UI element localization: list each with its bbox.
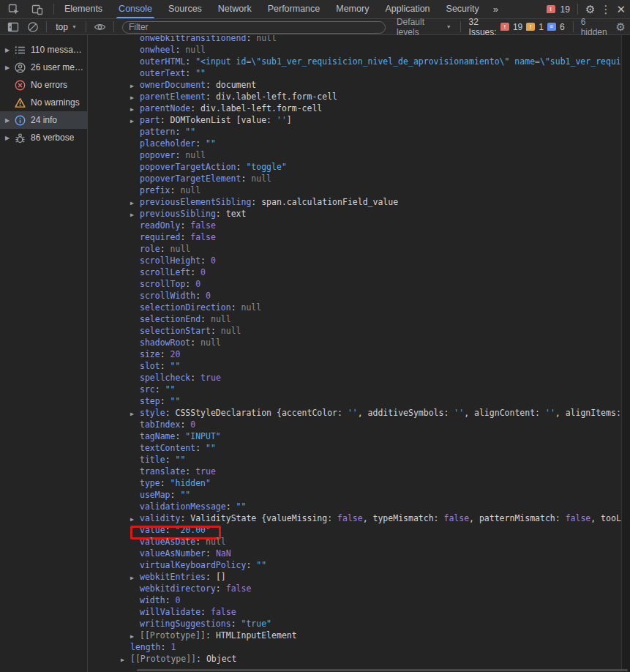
tab-elements[interactable]: Elements xyxy=(56,0,110,18)
string-value: "" xyxy=(206,443,216,453)
object-value: text xyxy=(226,209,247,219)
kebab-menu-icon[interactable]: ⋮ xyxy=(600,4,611,15)
error-badge-icon[interactable]: ! xyxy=(547,5,555,13)
expand-arrow-icon[interactable]: ▶ xyxy=(0,64,12,71)
object-value: [] xyxy=(216,572,226,582)
console-sidebar-toggle-icon[interactable] xyxy=(4,19,21,35)
divider xyxy=(53,4,54,15)
separator-text: : xyxy=(195,443,206,453)
tab-application[interactable]: Application xyxy=(377,0,438,18)
null-value: null xyxy=(206,537,226,547)
more-tabs-icon[interactable]: » xyxy=(487,4,505,15)
context-selector[interactable]: top ▼ xyxy=(52,22,80,32)
log-levels-dropdown[interactable]: Default levels ▼ xyxy=(393,17,455,37)
number-value: true xyxy=(195,466,216,477)
live-expression-eye-icon[interactable] xyxy=(91,19,108,35)
console-property-row: type: "hidden" xyxy=(89,477,621,489)
console-property-row: ▶parentNode: div.label-left.form-cell xyxy=(89,102,621,114)
separator-text: : xyxy=(200,607,211,617)
console-property-row: ▶style: CSSStyleDeclaration {accentColor… xyxy=(89,407,621,419)
vertical-scrollbar[interactable] xyxy=(621,35,630,672)
divider xyxy=(577,4,578,15)
console-property-row: ▶validity: ValidityState {valueMissing: … xyxy=(89,512,621,524)
sidebar-item-verbose[interactable]: ▶ 86 verbose xyxy=(0,129,87,146)
separator-text: : xyxy=(175,127,185,137)
console-property-row: popover: null xyxy=(89,149,621,161)
console-settings-gear-icon[interactable]: ⚙ xyxy=(616,21,626,32)
property-name: style xyxy=(140,408,165,418)
object-value: ValidityState {valueMissing: xyxy=(190,513,337,523)
separator-text: : xyxy=(185,56,195,67)
separator-text: : xyxy=(160,244,170,254)
tab-console[interactable]: Console xyxy=(110,0,160,18)
verbose-bug-icon xyxy=(15,132,26,143)
object-value: ] xyxy=(287,115,292,125)
number-value: 0 xyxy=(206,291,211,301)
inspect-element-icon[interactable] xyxy=(4,1,23,18)
string-value: '' xyxy=(277,115,287,125)
sidebar-item-warnings[interactable]: No warnings xyxy=(0,94,87,111)
console-property-row: width: 0 xyxy=(89,594,621,606)
clear-console-icon[interactable] xyxy=(24,19,41,35)
tab-performance[interactable]: Performance xyxy=(260,0,329,18)
property-name: width xyxy=(140,595,165,605)
expand-arrow-icon[interactable]: ▶ xyxy=(0,135,12,141)
internal-property-name: [[Prototype]] xyxy=(130,654,196,664)
object-value: span.calculationField_value xyxy=(261,197,398,207)
sidebar-item-errors[interactable]: No errors xyxy=(0,76,87,94)
console-property-row: ▶webkitEntries: [] xyxy=(89,571,621,583)
property-name: selectionStart xyxy=(140,326,211,336)
console-property-row: willValidate: false xyxy=(89,606,621,618)
console-property-row: slot: "" xyxy=(89,360,621,372)
separator-text: : xyxy=(180,220,190,231)
number-value: false xyxy=(226,583,252,594)
horizontal-scrollbar-thumb[interactable] xyxy=(137,669,628,671)
divider xyxy=(113,21,114,32)
tab-memory[interactable]: Memory xyxy=(328,0,377,18)
string-value: "<input id=\"sub1_ver_requisicion_nivel_… xyxy=(195,56,621,67)
separator-text: : xyxy=(170,185,181,195)
console-property-row: title: "" xyxy=(89,454,621,466)
separator-text: : xyxy=(195,537,206,547)
tab-security[interactable]: Security xyxy=(438,0,487,18)
object-value: CSSStyleDeclaration {accentColor: xyxy=(175,408,347,418)
string-value: "" xyxy=(175,455,185,465)
tab-network[interactable]: Network xyxy=(210,0,260,18)
issues-counter[interactable]: 32 Issues: ! 19 ! 1 ≡ 6 xyxy=(466,17,568,37)
string-value: "20.00" xyxy=(175,525,210,535)
tab-sources[interactable]: Sources xyxy=(160,0,210,18)
expand-arrow-icon[interactable]: ▶ xyxy=(0,117,12,124)
sidebar-item-user-messages[interactable]: ▶ 26 user me… xyxy=(0,59,87,76)
console-property-row: popoverTargetElement: null xyxy=(89,173,621,184)
console-property-row: virtualKeyboardPolicy: "" xyxy=(89,559,621,571)
number-value: 20 xyxy=(170,349,181,359)
property-name: type xyxy=(140,478,160,488)
sidebar-item-info[interactable]: ▶ 24 info xyxy=(0,111,87,129)
separator-text: : xyxy=(165,408,176,418)
property-name: textContent xyxy=(140,443,195,453)
console-property-row: ▶[[Prototype]]: HTMLInputElement xyxy=(89,630,621,641)
filter-input[interactable] xyxy=(122,21,386,34)
property-name: tagName xyxy=(140,431,175,441)
separator-text: : xyxy=(251,197,261,207)
console-property-row: scrollTop: 0 xyxy=(89,278,621,290)
error-badge-count[interactable]: 19 xyxy=(560,4,570,15)
null-value: null xyxy=(211,314,231,324)
separator-text: : xyxy=(190,337,200,348)
expand-arrow-icon[interactable]: ▶ xyxy=(121,654,130,666)
property-name: placeholder xyxy=(140,138,195,149)
device-toolbar-icon[interactable] xyxy=(28,1,47,18)
separator-text: : xyxy=(206,630,216,641)
number-value: false xyxy=(443,513,469,523)
settings-gear-icon[interactable]: ⚙ xyxy=(585,4,595,15)
expand-arrow-icon[interactable]: ▶ xyxy=(0,47,12,53)
console-property-row: translate: true xyxy=(89,466,621,477)
console-property-row: onwheel: null xyxy=(89,44,621,56)
divider xyxy=(46,21,47,32)
close-icon[interactable]: ✕ xyxy=(616,4,626,15)
object-value: document xyxy=(216,80,256,90)
sidebar-item-all-messages[interactable]: ▶ 110 messa… xyxy=(0,41,87,59)
property-name: popoverTargetElement xyxy=(140,173,241,184)
property-name: scrollTop xyxy=(140,279,185,289)
property-name: valueAsDate xyxy=(140,537,195,547)
